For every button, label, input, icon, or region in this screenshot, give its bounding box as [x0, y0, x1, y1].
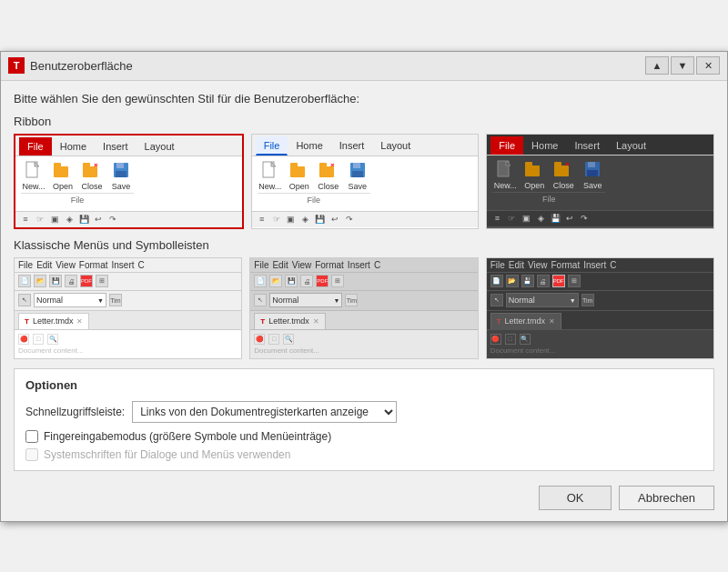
tb-open-1[interactable]: 📂	[34, 275, 46, 287]
tb-arrow-3[interactable]: ↖	[490, 294, 503, 306]
tb-arrow-1[interactable]: ↖	[18, 294, 31, 306]
tb-arrow-2[interactable]: ↖	[254, 294, 267, 306]
title-btn-close[interactable]: ✕	[696, 56, 720, 75]
tb-pdf-2[interactable]: PDF	[316, 275, 329, 287]
ok-button[interactable]: OK	[539, 486, 612, 510]
finger-checkbox[interactable]	[25, 430, 38, 443]
menu-view-1[interactable]: View	[56, 260, 76, 270]
title-btn-down[interactable]: ▼	[671, 56, 694, 75]
ribbon-item-save-2[interactable]: Save	[345, 160, 370, 191]
ribbon-item-save-1[interactable]: Save	[108, 160, 134, 191]
menu-format-3[interactable]: Format	[551, 260, 581, 270]
menu-view-3[interactable]: View	[528, 260, 548, 270]
menu-insert-2[interactable]: Insert	[348, 260, 370, 270]
tab-item-2[interactable]: T Letter.tmdx ✕	[254, 313, 325, 329]
menu-c-3[interactable]: C	[610, 260, 616, 270]
menu-c-2[interactable]: C	[374, 260, 380, 270]
ribbon-item-close-1[interactable]: × Close	[79, 160, 105, 191]
style-dropdown-3[interactable]: Normal ▼	[506, 293, 579, 307]
tb-save-1[interactable]: 💾	[49, 275, 62, 287]
tb-extra-1[interactable]: ⊞	[96, 275, 108, 287]
ribbon-item-save-3[interactable]: Save	[580, 159, 605, 190]
ribbon-item-close-3[interactable]: × Close	[551, 159, 576, 190]
tb-new-2[interactable]: 📄	[254, 275, 267, 287]
close-label-2: Close	[318, 182, 339, 191]
tb-extra-3[interactable]: ⊞	[568, 275, 581, 287]
tb-new-1[interactable]: 📄	[18, 275, 31, 287]
menu-file-3[interactable]: File	[490, 260, 505, 270]
classic-preview-1[interactable]: File Edit View Format Insert C 📄 📂 💾 🖨 P…	[14, 257, 242, 359]
menu-c-1[interactable]: C	[138, 260, 145, 270]
ribbon-preview-1[interactable]: File Home Insert Layout New...	[14, 134, 244, 229]
ribbon-tab-home-3[interactable]: Home	[523, 136, 566, 155]
tb-extra-2[interactable]: ⊞	[331, 275, 344, 287]
classic-preview-3[interactable]: File Edit View Format Insert C 📄 📂 💾 🖨 P…	[486, 257, 714, 359]
tb-pdf-3[interactable]: PDF	[552, 275, 565, 287]
style-dropdown-2[interactable]: Normal ▼	[269, 293, 342, 307]
ribbon-tab-file-2[interactable]: File	[256, 136, 288, 156]
tb-print-2[interactable]: 🖨	[300, 275, 313, 287]
menu-insert-3[interactable]: Insert	[583, 260, 606, 270]
tab-close-2[interactable]: ✕	[313, 317, 319, 326]
ribbon-tab-insert-3[interactable]: Insert	[566, 136, 608, 155]
ribbon-item-close-2[interactable]: × Close	[316, 160, 341, 191]
ribbon-tab-home-1[interactable]: Home	[52, 137, 95, 156]
tb-save-2[interactable]: 💾	[285, 275, 298, 287]
ribbon-tab-layout-2[interactable]: Layout	[372, 136, 419, 156]
menu-edit-1[interactable]: Edit	[36, 260, 52, 270]
quickbar-select[interactable]: Links von den Dokumentregisterkarten anz…	[132, 401, 397, 423]
menu-view-2[interactable]: View	[292, 260, 312, 270]
tb-time-1[interactable]: Tim	[109, 294, 122, 306]
doc-icon-4: 🔴	[254, 334, 265, 345]
save-icon-1	[111, 160, 131, 180]
ribbon-item-open-2[interactable]: Open	[287, 160, 312, 191]
ribbon-item-open-3[interactable]: Open	[521, 159, 547, 190]
tb-print-3[interactable]: 🖨	[537, 275, 550, 287]
ribbon-item-new-2[interactable]: New...	[258, 160, 283, 191]
menu-format-1[interactable]: Format	[79, 260, 108, 270]
ribbon-item-new-1[interactable]: New...	[21, 160, 46, 191]
tab-item-3[interactable]: T Letter.tmdx ✕	[490, 313, 561, 329]
ribbon-tab-insert-2[interactable]: Insert	[331, 136, 373, 156]
classic-preview-2[interactable]: File Edit View Format Insert C 📄 📂 💾 🖨 P…	[249, 257, 478, 359]
tb-open-2[interactable]: 📂	[269, 275, 282, 287]
ribbon-tab-file-3[interactable]: File	[490, 136, 523, 155]
ribbon-tab-home-2[interactable]: Home	[288, 136, 330, 156]
ribbon-item-open-1[interactable]: Open	[50, 160, 76, 191]
toolbar-icon-doc-3: ▣	[520, 212, 532, 225]
ribbon-preview-2[interactable]: File Home Insert Layout New...	[251, 134, 480, 229]
tb-time-3[interactable]: Tim	[581, 294, 594, 306]
tb-new-3[interactable]: 📄	[490, 275, 503, 287]
classic-toolbar1-1: 📄 📂 💾 🖨 PDF ⊞	[15, 273, 241, 291]
ribbon-tab-layout-1[interactable]: Layout	[136, 137, 183, 156]
tb-print-1[interactable]: 🖨	[65, 275, 77, 287]
svg-rect-20	[525, 162, 532, 166]
menu-file-1[interactable]: File	[18, 260, 33, 270]
ribbon-preview-3[interactable]: File Home Insert Layout New...	[486, 134, 714, 229]
cancel-button[interactable]: Abbrechen	[619, 486, 714, 510]
doc-icon-3: 🔍	[47, 334, 58, 345]
tab-close-1[interactable]: ✕	[76, 317, 83, 326]
style-dropdown-1[interactable]: Normal ▼	[34, 293, 106, 307]
menu-insert-1[interactable]: Insert	[112, 260, 135, 270]
ribbon-group-2: New... Open ×	[258, 160, 370, 205]
title-btn-up[interactable]: ▲	[645, 56, 669, 75]
menu-file-2[interactable]: File	[254, 260, 268, 270]
svg-rect-16	[353, 163, 360, 168]
ribbon-item-new-3[interactable]: New...	[492, 159, 518, 190]
tb-pdf-1[interactable]: PDF	[80, 275, 93, 287]
doc-icon-6: 🔍	[283, 334, 294, 345]
tab-close-3[interactable]: ✕	[549, 317, 555, 326]
tab-item-1[interactable]: T Letter.tmdx ✕	[18, 313, 89, 329]
ribbon-tab-file-1[interactable]: File	[19, 137, 52, 156]
open-icon-1	[53, 160, 73, 180]
ribbon-tab-insert-1[interactable]: Insert	[95, 137, 136, 156]
ribbon-tab-layout-3[interactable]: Layout	[608, 136, 654, 155]
tb-open-3[interactable]: 📂	[506, 275, 519, 287]
tb-save-3[interactable]: 💾	[521, 275, 534, 287]
menu-edit-3[interactable]: Edit	[509, 260, 524, 270]
menu-format-2[interactable]: Format	[315, 260, 344, 270]
menu-edit-2[interactable]: Edit	[272, 260, 288, 270]
toolbar-icon-redo-1: ↷	[106, 213, 119, 226]
tb-time-2[interactable]: Tim	[345, 294, 358, 306]
